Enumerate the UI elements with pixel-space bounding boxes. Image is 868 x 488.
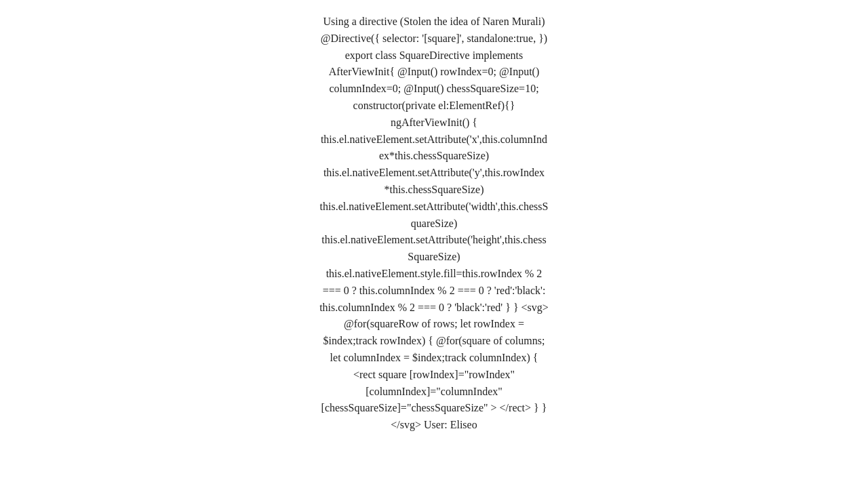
main-content: Using a directive (Stolen the idea of Na…	[319, 14, 549, 434]
code-text: Using a directive (Stolen the idea of Na…	[319, 14, 549, 434]
